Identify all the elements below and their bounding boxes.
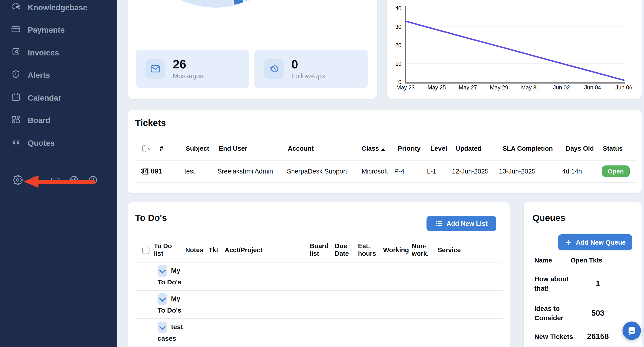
sidebar-item-quotes[interactable]: Quotes [0,132,117,154]
todo-list-row[interactable]: My To Do's [135,262,502,291]
expand-chevron-button[interactable] [158,293,168,305]
tickets-title: Tickets [135,118,166,128]
select-all-checkbox[interactable] [142,145,146,152]
queues-col-name: Name [534,257,552,264]
col-working[interactable]: Working [380,246,409,254]
ticket-level: L-1 [427,168,452,175]
expand-chevron-button[interactable] [158,265,168,277]
queue-open-tickets: 1 [581,279,615,288]
ticket-number[interactable]: 34 891 [140,167,184,175]
select-all-cell [142,145,150,152]
sidebar: Knowledgebase Payments Invoices Alerts C… [0,0,117,347]
col-priority[interactable]: Priority [394,145,427,152]
plus-icon [565,239,572,246]
invoices-doc-search-icon [11,47,21,59]
sidebar-item-label: Quotes [28,139,55,148]
todo-list-row[interactable]: My To Do's [135,290,502,319]
mail-icon [146,59,165,79]
col-notes[interactable]: Notes [182,246,206,254]
ticket-account: SherpaDesk Support [287,168,362,175]
messages-count: 26 [173,58,204,71]
list-icon [435,220,442,227]
sidebar-item-label: Payments [28,26,65,35]
sidebar-item-payments[interactable]: Payments [0,19,117,41]
col-days-old[interactable]: Days Old [562,145,602,152]
tickets-panel: Tickets # Subject End User Account Class… [128,110,642,193]
col-est-hours[interactable]: Est. hours [355,243,380,258]
messages-stat-card[interactable]: 26 Messages [136,50,249,88]
followups-label: Follow-Ups [291,72,325,79]
ticket-updated: 12-Jun-2025 [452,168,499,175]
col-status[interactable]: Status [602,145,636,152]
sidebar-item-label: Invoices [28,48,59,58]
knowledgebase-cloud-icon [11,1,21,14]
col-board-list[interactable]: Board list [307,243,332,258]
svg-text:Jun 06: Jun 06 [615,84,632,90]
svg-text:Jun 02: Jun 02 [553,84,570,90]
col-level[interactable]: Level [427,145,452,152]
expand-chevron-button[interactable] [158,322,168,333]
settings-gear-icon[interactable] [12,175,23,187]
queue-name[interactable]: New Tickets [534,332,581,341]
col-sla-completion[interactable]: SLA Completion [499,145,562,152]
sidebar-item-calendar[interactable]: Calendar [0,87,117,109]
queue-open-tickets: 503 [581,308,615,318]
queue-row[interactable]: New Tickets 26158 [534,327,634,346]
col-non-work[interactable]: Non-work. [409,243,435,258]
todo-list-row[interactable]: test cases [135,318,502,347]
sidebar-item-label: Calendar [28,93,61,103]
quotes-icon [11,137,21,150]
chat-launcher-button[interactable] [622,322,641,340]
svg-text:May 27: May 27 [459,84,477,90]
messages-label: Messages [173,72,204,79]
todos-select-all-cell [142,246,151,254]
todos-select-all-checkbox[interactable] [142,247,150,254]
queue-open-tickets: 26158 [581,332,615,341]
svg-text:10: 10 [395,61,402,67]
queues-col-open-tkts: Open Tkts [570,257,602,264]
queue-name[interactable]: Ideas to Consider [534,304,581,323]
calendar-icon [11,92,21,104]
sidebar-item-label: Alerts [28,71,50,80]
overview-card: 26 Messages 0 Follow-Ups [128,0,377,99]
queues-rows: How about that! 1 Ideas to Consider 503 … [534,268,634,346]
chat-bubble-icon [626,325,637,336]
ticket-row[interactable]: 34 891 test Sreelakshmi Admin SherpaDesk… [135,160,636,183]
sidebar-item-label: Board [28,116,50,125]
svg-text:May 23: May 23 [396,84,415,90]
svg-text:20: 20 [395,42,402,48]
col-tkt[interactable]: Tkt [206,246,222,254]
tickets-header-row: # Subject End User Account Class Priorit… [135,137,636,161]
svg-text:May 31: May 31 [521,84,540,90]
sidebar-item-alerts[interactable]: Alerts [0,64,117,87]
ticket-sla-completion: 13-Jun-2025 [499,168,562,175]
alerts-shield-icon [11,69,21,82]
followups-stat-card[interactable]: 0 Follow-Ups [254,50,368,88]
col-subject[interactable]: Subject [184,145,218,152]
col-service[interactable]: Service [435,246,502,254]
ticket-priority: P-4 [394,168,427,175]
col-class-sorted[interactable]: Class [362,145,394,152]
add-new-list-button[interactable]: Add New List [426,216,496,231]
queue-name[interactable]: How about that! [534,274,581,293]
col-updated[interactable]: Updated [452,145,499,152]
followups-count: 0 [291,58,325,71]
col-end-user[interactable]: End User [218,145,287,152]
col-todo-list[interactable]: To Do list [151,243,182,258]
trend-chart-card: 010203040May 23May 25May 27May 29May 31J… [387,0,642,99]
sidebar-item-board[interactable]: Board [0,109,117,132]
col-account[interactable]: Account [287,145,362,152]
col-number[interactable]: # [150,145,184,152]
col-due-date[interactable]: Due Date [332,243,355,258]
svg-text:May 29: May 29 [490,84,508,90]
svg-text:Jun 04: Jun 04 [584,84,601,90]
col-acct-project[interactable]: Acct/Project [222,246,307,254]
add-new-queue-button[interactable]: Add New Queue [558,234,632,250]
queues-title: Queues [532,213,566,223]
queue-row[interactable]: How about that! 1 [534,268,634,299]
sort-ascending-icon [381,148,385,151]
queue-row[interactable]: Ideas to Consider 503 [534,299,634,327]
status-badge: Open [602,165,630,177]
sidebar-item-knowledgebase[interactable]: Knowledgebase [0,0,117,19]
sidebar-item-invoices[interactable]: Invoices [0,41,117,64]
